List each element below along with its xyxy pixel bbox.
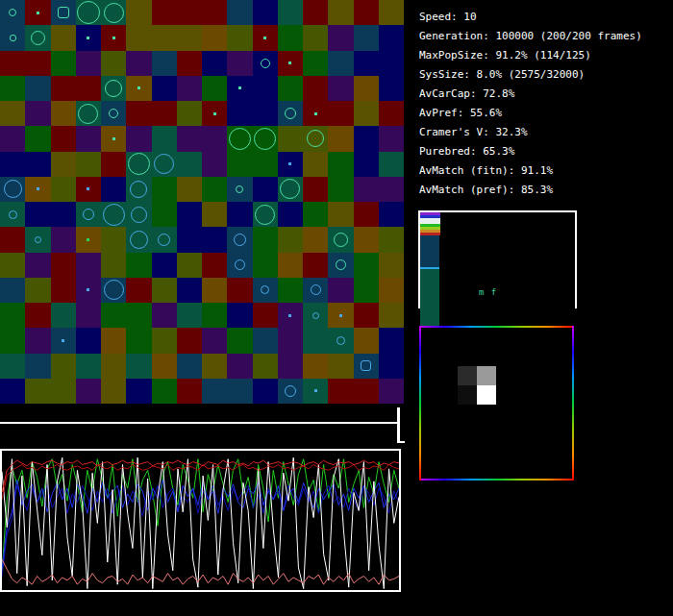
organism-dot — [314, 112, 317, 115]
grid-cell — [152, 126, 177, 152]
organism-dot — [62, 339, 64, 342]
grid-cell — [0, 253, 25, 278]
grid-cell — [328, 354, 354, 379]
organism-circle — [311, 284, 321, 295]
grid-cell — [253, 76, 278, 101]
grid-cell — [152, 101, 177, 126]
grid-cell — [152, 76, 177, 101]
grid-cell — [379, 25, 404, 51]
grid-cell — [76, 303, 101, 328]
organism-circle — [104, 280, 124, 300]
grid-cell — [25, 278, 51, 303]
grid-cell — [202, 0, 227, 25]
grid-cell — [25, 354, 51, 379]
grid-cell — [25, 328, 51, 354]
grid-cell — [51, 253, 76, 278]
grid-cell — [126, 101, 152, 126]
grid-cell — [177, 379, 202, 404]
grid-cell — [303, 51, 328, 76]
stat-line: AvMatch (fitn): 91.1% — [419, 165, 553, 176]
grid-cell — [303, 25, 328, 51]
grid-cell — [379, 227, 404, 253]
population-grid[interactable] — [0, 0, 404, 404]
grid-cell — [253, 303, 278, 328]
grid-cell — [152, 51, 177, 76]
grid-cell — [253, 227, 278, 253]
organism-circle — [128, 153, 150, 175]
sex-histogram-plot: m f — [420, 212, 575, 308]
organism-dot — [137, 86, 140, 89]
grid-cell — [51, 354, 76, 379]
grid-cell — [328, 379, 354, 404]
grid-cell — [101, 227, 126, 253]
grid-cell — [76, 51, 101, 76]
grid-cell — [177, 126, 202, 152]
grid-cell — [354, 227, 379, 253]
grid-cell — [278, 0, 303, 25]
grid-cell — [101, 328, 126, 354]
grid-cell — [328, 278, 354, 303]
grid-cell — [303, 0, 328, 25]
grid-cell — [0, 328, 25, 354]
grid-cell — [152, 0, 177, 25]
grid-cell — [379, 379, 404, 404]
prefmap-bottom-edge — [419, 479, 574, 480]
grid-cell — [177, 152, 202, 177]
grid-cell — [51, 76, 76, 101]
grid-cell — [177, 51, 202, 76]
organism-circle — [229, 128, 251, 150]
grid-cell — [303, 202, 328, 227]
stat-line: Purebred: 65.3% — [419, 146, 514, 157]
grid-cell — [278, 354, 303, 379]
organism-circle — [9, 210, 17, 219]
grid-cell — [177, 0, 202, 25]
grid-cell — [328, 202, 354, 227]
grid-cell — [152, 202, 177, 227]
organism-dot — [263, 37, 266, 39]
organism-dot — [112, 137, 115, 140]
timeline-marker[interactable] — [397, 407, 400, 443]
grid-cell — [227, 51, 253, 76]
grid-cell — [328, 126, 354, 152]
grid-cell — [51, 278, 76, 303]
organism-circle — [336, 259, 346, 270]
organism-circle — [130, 231, 148, 249]
grid-cell — [152, 303, 177, 328]
organism-dot — [314, 389, 317, 392]
grid-cell — [379, 328, 404, 354]
grid-cell — [101, 354, 126, 379]
sex-axis-label: m f — [479, 288, 497, 297]
grid-cell — [328, 76, 354, 101]
organism-circle — [261, 59, 270, 68]
history-chart-canvas — [2, 451, 399, 590]
organism-circle — [83, 209, 94, 220]
stat-line: MaxPopSize: 91.2% (114/125) — [419, 50, 591, 61]
organism-circle — [312, 312, 319, 319]
organism-circle — [334, 233, 348, 247]
organism-circle — [336, 336, 345, 345]
grid-cell — [25, 152, 51, 177]
grid-cell — [177, 177, 202, 202]
organism-dot — [288, 62, 291, 64]
grid-cell — [177, 278, 202, 303]
grid-cell — [202, 328, 227, 354]
organism-circle — [4, 180, 22, 198]
grid-cell — [253, 328, 278, 354]
grid-cell — [51, 51, 76, 76]
grid-cell — [0, 126, 25, 152]
series-pink — [2, 559, 399, 584]
grid-cell — [177, 354, 202, 379]
grid-cell — [126, 379, 152, 404]
grid-cell — [379, 152, 404, 177]
grid-cell — [76, 354, 101, 379]
grid-cell — [227, 0, 253, 25]
grid-cell — [0, 303, 25, 328]
stat-line: Cramer's V: 32.3% — [419, 127, 528, 137]
grid-cell — [76, 126, 101, 152]
grid-cell — [202, 227, 227, 253]
grid-cell — [126, 303, 152, 328]
grid-cell — [76, 253, 101, 278]
organism-dot — [87, 238, 89, 241]
timeline-track[interactable] — [0, 422, 400, 424]
grid-cell — [379, 101, 404, 126]
